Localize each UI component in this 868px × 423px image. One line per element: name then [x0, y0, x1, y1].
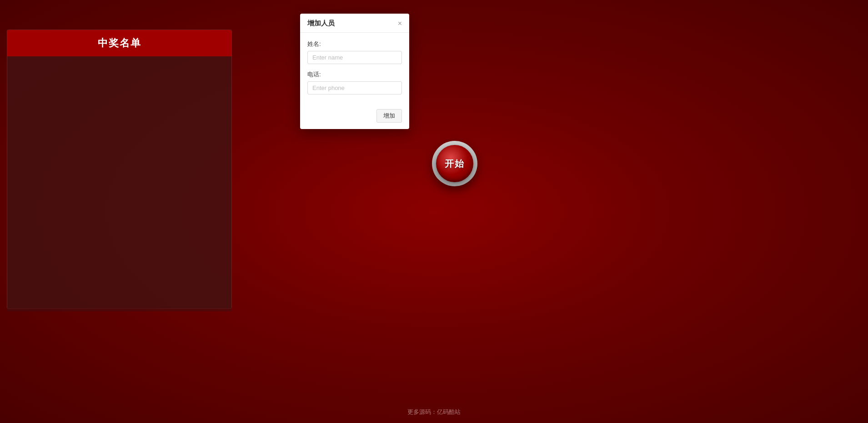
winners-panel: 中奖名单 — [7, 30, 232, 309]
modal-footer: 增加 — [300, 105, 409, 129]
phone-form-group: 电话: — [307, 70, 402, 95]
winners-header-title: 中奖名单 — [98, 37, 141, 49]
start-button-container: 开始 — [432, 141, 477, 186]
name-form-group: 姓名: — [307, 40, 402, 64]
modal-header: 增加人员 × — [300, 14, 409, 33]
footer: 更多源码：亿码酷站 — [0, 408, 868, 416]
winners-header: 中奖名单 — [7, 30, 231, 56]
winners-body — [7, 56, 231, 311]
phone-input[interactable] — [307, 81, 402, 95]
add-person-modal: 增加人员 × 姓名: 电话: 增加 — [300, 14, 409, 129]
start-button[interactable]: 开始 — [436, 145, 473, 182]
name-input[interactable] — [307, 51, 402, 64]
modal-title: 增加人员 — [307, 19, 335, 28]
start-button-outer[interactable]: 开始 — [432, 141, 477, 186]
add-button[interactable]: 增加 — [376, 109, 402, 123]
phone-label: 电话: — [307, 70, 402, 79]
name-label: 姓名: — [307, 40, 402, 48]
start-button-label: 开始 — [445, 158, 465, 170]
modal-close-button[interactable]: × — [398, 20, 402, 27]
footer-text: 更多源码：亿码酷站 — [407, 408, 461, 415]
modal-body: 姓名: 电话: — [300, 33, 409, 105]
